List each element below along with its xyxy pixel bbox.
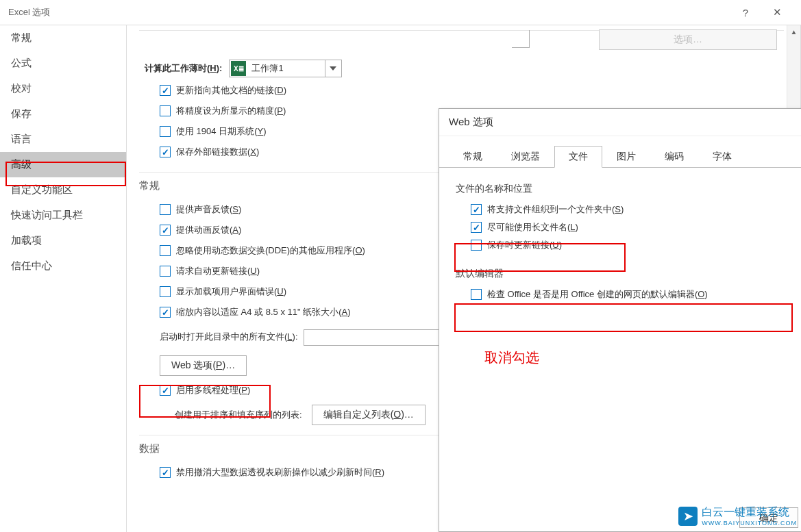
- checkbox[interactable]: [160, 245, 171, 256]
- watermark: ➤ 白云一键重装系统 WWW.BAIYUNXITONG.COM: [678, 505, 797, 527]
- dialog-title: Excel 选项: [8, 6, 730, 18]
- calc-label: 计算此工作薄时(H):: [145, 62, 222, 75]
- cutoff-combo-fragment: [512, 30, 530, 48]
- checkbox[interactable]: [160, 105, 171, 116]
- sidebar-item-language[interactable]: 语言: [0, 127, 126, 152]
- checkbox[interactable]: [471, 222, 482, 233]
- sidebar-item-qat[interactable]: 快速访问工具栏: [0, 203, 126, 228]
- checkbox[interactable]: [160, 266, 171, 277]
- watermark-icon: ➤: [678, 507, 698, 526]
- excel-icon: X≣: [231, 61, 246, 76]
- annotation-text: 取消勾选: [484, 349, 539, 367]
- checkbox[interactable]: [160, 286, 171, 297]
- workbook-combo-value: 工作簿1: [247, 62, 324, 75]
- group-filenames: 文件的名称和位置: [456, 183, 791, 195]
- category-sidebar: 常规 公式 校对 保存 语言 高级 自定义功能区 快速访问工具栏 加载项 信任中…: [0, 25, 127, 532]
- watermark-text: 白云一键重装系统: [702, 506, 789, 518]
- sidebar-item-formulas[interactable]: 公式: [0, 51, 126, 76]
- web-opt-updatelinks[interactable]: 保存时更新链接(U): [456, 236, 791, 254]
- checkbox[interactable]: [160, 225, 171, 236]
- web-opt-longnames[interactable]: 尽可能使用长文件名(L): [456, 218, 791, 236]
- tab-pictures[interactable]: 图片: [602, 146, 650, 168]
- web-options-button[interactable]: Web 选项(P)…: [160, 355, 247, 376]
- web-opt-checkeditor[interactable]: 检查 Office 是否是用 Office 创建的网页的默认编辑器(O): [456, 286, 791, 303]
- title-bar: Excel 选项 ? ✕: [0, 0, 801, 25]
- web-opt-organize[interactable]: 将支持文件组织到一个文件夹中(S): [456, 201, 791, 218]
- sidebar-item-addins[interactable]: 加载项: [0, 228, 126, 253]
- checkbox[interactable]: [471, 289, 482, 300]
- web-options-title: Web 选项: [439, 109, 801, 136]
- help-button[interactable]: ?: [730, 2, 761, 23]
- scroll-up-icon[interactable]: ▲: [787, 25, 800, 39]
- checkbox[interactable]: [471, 204, 482, 215]
- checkbox[interactable]: [160, 385, 171, 396]
- workbook-combo[interactable]: X≣ 工作簿1: [229, 60, 341, 77]
- tab-files[interactable]: 文件: [554, 146, 602, 168]
- group-editor: 默认编辑器: [456, 268, 791, 280]
- tab-fonts[interactable]: 字体: [698, 146, 746, 168]
- web-options-body: 文件的名称和位置 将支持文件组织到一个文件夹中(S) 尽可能使用长文件名(L) …: [439, 168, 801, 313]
- sidebar-item-general[interactable]: 常规: [0, 25, 126, 51]
- tab-encoding[interactable]: 编码: [650, 146, 698, 168]
- watermark-sub: WWW.BAIYUNXITONG.COM: [702, 520, 797, 527]
- checkbox[interactable]: [160, 126, 171, 137]
- calc-workbook-row: 计算此工作薄时(H): X≣ 工作簿1: [139, 57, 784, 80]
- close-button[interactable]: ✕: [761, 2, 793, 23]
- sidebar-item-trust[interactable]: 信任中心: [0, 253, 126, 279]
- sidebar-item-proofing[interactable]: 校对: [0, 76, 126, 101]
- sidebar-item-save[interactable]: 保存: [0, 101, 126, 127]
- web-options-dialog: Web 选项 常规 浏览器 文件 图片 编码 字体 文件的名称和位置 将支持文件…: [439, 108, 801, 532]
- tab-general[interactable]: 常规: [449, 146, 497, 168]
- sidebar-item-ribbon[interactable]: 自定义功能区: [0, 177, 126, 203]
- checkbox[interactable]: [160, 467, 171, 478]
- checkbox[interactable]: [160, 204, 171, 215]
- checkbox[interactable]: [160, 85, 171, 96]
- checkbox[interactable]: [160, 307, 171, 318]
- sortlist-label: 创建用于排序和填充序列的列表:: [175, 409, 302, 421]
- checkbox[interactable]: [160, 147, 171, 157]
- edit-custom-lists-button[interactable]: 编辑自定义列表(O)…: [312, 405, 426, 425]
- ghost-button: 选项…: [599, 29, 777, 50]
- calc-opt-0[interactable]: 更新指向其他文档的链接(D): [139, 80, 784, 101]
- checkbox[interactable]: [471, 240, 482, 251]
- chevron-down-icon[interactable]: [325, 60, 341, 77]
- sidebar-item-advanced[interactable]: 高级: [0, 152, 126, 177]
- tab-browsers[interactable]: 浏览器: [497, 146, 554, 168]
- web-options-tabs: 常规 浏览器 文件 图片 编码 字体: [439, 136, 801, 168]
